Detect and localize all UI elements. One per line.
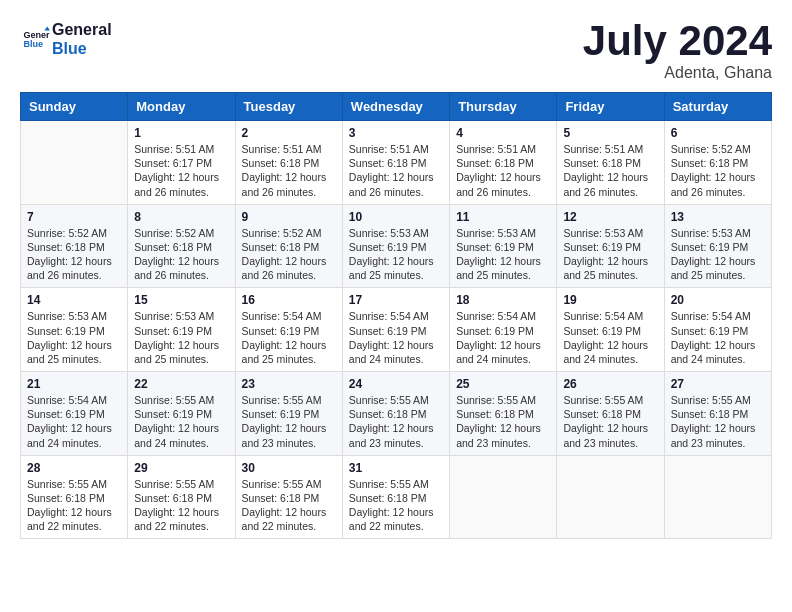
day-info: Sunrise: 5:55 AMSunset: 6:18 PMDaylight:… [134,477,228,534]
calendar-cell [450,455,557,539]
month-title: July 2024 [583,20,772,62]
calendar-cell: 3Sunrise: 5:51 AMSunset: 6:18 PMDaylight… [342,121,449,205]
day-number: 11 [456,210,550,224]
day-number: 5 [563,126,657,140]
day-info: Sunrise: 5:53 AMSunset: 6:19 PMDaylight:… [563,226,657,283]
day-number: 23 [242,377,336,391]
calendar-cell: 6Sunrise: 5:52 AMSunset: 6:18 PMDaylight… [664,121,771,205]
day-info: Sunrise: 5:51 AMSunset: 6:18 PMDaylight:… [563,142,657,199]
day-number: 10 [349,210,443,224]
weekday-header-friday: Friday [557,93,664,121]
calendar-table: SundayMondayTuesdayWednesdayThursdayFrid… [20,92,772,539]
calendar-cell: 25Sunrise: 5:55 AMSunset: 6:18 PMDayligh… [450,372,557,456]
day-number: 17 [349,293,443,307]
day-number: 19 [563,293,657,307]
logo-icon: General Blue [22,25,50,53]
calendar-cell: 13Sunrise: 5:53 AMSunset: 6:19 PMDayligh… [664,204,771,288]
logo: General Blue General Blue [20,20,112,58]
day-info: Sunrise: 5:55 AMSunset: 6:19 PMDaylight:… [134,393,228,450]
calendar-cell: 7Sunrise: 5:52 AMSunset: 6:18 PMDaylight… [21,204,128,288]
calendar-week-row: 7Sunrise: 5:52 AMSunset: 6:18 PMDaylight… [21,204,772,288]
day-info: Sunrise: 5:51 AMSunset: 6:18 PMDaylight:… [242,142,336,199]
day-number: 26 [563,377,657,391]
location-subtitle: Adenta, Ghana [583,64,772,82]
day-info: Sunrise: 5:55 AMSunset: 6:18 PMDaylight:… [671,393,765,450]
day-info: Sunrise: 5:53 AMSunset: 6:19 PMDaylight:… [349,226,443,283]
calendar-cell: 31Sunrise: 5:55 AMSunset: 6:18 PMDayligh… [342,455,449,539]
calendar-cell: 10Sunrise: 5:53 AMSunset: 6:19 PMDayligh… [342,204,449,288]
calendar-cell: 5Sunrise: 5:51 AMSunset: 6:18 PMDaylight… [557,121,664,205]
weekday-header-sunday: Sunday [21,93,128,121]
day-number: 8 [134,210,228,224]
day-number: 21 [27,377,121,391]
calendar-cell: 26Sunrise: 5:55 AMSunset: 6:18 PMDayligh… [557,372,664,456]
day-info: Sunrise: 5:55 AMSunset: 6:19 PMDaylight:… [242,393,336,450]
day-info: Sunrise: 5:54 AMSunset: 6:19 PMDaylight:… [671,309,765,366]
day-number: 31 [349,461,443,475]
weekday-header-wednesday: Wednesday [342,93,449,121]
day-info: Sunrise: 5:53 AMSunset: 6:19 PMDaylight:… [671,226,765,283]
day-number: 16 [242,293,336,307]
day-info: Sunrise: 5:54 AMSunset: 6:19 PMDaylight:… [563,309,657,366]
day-number: 3 [349,126,443,140]
day-info: Sunrise: 5:54 AMSunset: 6:19 PMDaylight:… [27,393,121,450]
day-number: 30 [242,461,336,475]
day-info: Sunrise: 5:54 AMSunset: 6:19 PMDaylight:… [242,309,336,366]
day-number: 14 [27,293,121,307]
day-number: 25 [456,377,550,391]
calendar-cell: 29Sunrise: 5:55 AMSunset: 6:18 PMDayligh… [128,455,235,539]
logo-general: General [52,20,112,39]
day-info: Sunrise: 5:55 AMSunset: 6:18 PMDaylight:… [456,393,550,450]
day-info: Sunrise: 5:51 AMSunset: 6:18 PMDaylight:… [456,142,550,199]
page-header: General Blue General Blue July 2024 Aden… [20,20,772,82]
calendar-cell: 21Sunrise: 5:54 AMSunset: 6:19 PMDayligh… [21,372,128,456]
day-number: 15 [134,293,228,307]
calendar-cell: 1Sunrise: 5:51 AMSunset: 6:17 PMDaylight… [128,121,235,205]
day-number: 2 [242,126,336,140]
day-info: Sunrise: 5:55 AMSunset: 6:18 PMDaylight:… [349,477,443,534]
calendar-cell [557,455,664,539]
day-number: 4 [456,126,550,140]
calendar-cell: 9Sunrise: 5:52 AMSunset: 6:18 PMDaylight… [235,204,342,288]
calendar-cell [664,455,771,539]
calendar-week-row: 14Sunrise: 5:53 AMSunset: 6:19 PMDayligh… [21,288,772,372]
calendar-cell: 28Sunrise: 5:55 AMSunset: 6:18 PMDayligh… [21,455,128,539]
calendar-cell: 12Sunrise: 5:53 AMSunset: 6:19 PMDayligh… [557,204,664,288]
day-info: Sunrise: 5:55 AMSunset: 6:18 PMDaylight:… [242,477,336,534]
day-number: 9 [242,210,336,224]
day-number: 29 [134,461,228,475]
calendar-week-row: 1Sunrise: 5:51 AMSunset: 6:17 PMDaylight… [21,121,772,205]
calendar-week-row: 28Sunrise: 5:55 AMSunset: 6:18 PMDayligh… [21,455,772,539]
svg-marker-2 [44,27,50,31]
calendar-cell: 2Sunrise: 5:51 AMSunset: 6:18 PMDaylight… [235,121,342,205]
day-info: Sunrise: 5:51 AMSunset: 6:17 PMDaylight:… [134,142,228,199]
calendar-cell: 24Sunrise: 5:55 AMSunset: 6:18 PMDayligh… [342,372,449,456]
weekday-header-saturday: Saturday [664,93,771,121]
day-info: Sunrise: 5:51 AMSunset: 6:18 PMDaylight:… [349,142,443,199]
calendar-cell: 4Sunrise: 5:51 AMSunset: 6:18 PMDaylight… [450,121,557,205]
calendar-cell: 16Sunrise: 5:54 AMSunset: 6:19 PMDayligh… [235,288,342,372]
day-info: Sunrise: 5:52 AMSunset: 6:18 PMDaylight:… [27,226,121,283]
calendar-header-row: SundayMondayTuesdayWednesdayThursdayFrid… [21,93,772,121]
day-info: Sunrise: 5:55 AMSunset: 6:18 PMDaylight:… [27,477,121,534]
title-area: July 2024 Adenta, Ghana [583,20,772,82]
weekday-header-monday: Monday [128,93,235,121]
calendar-cell: 18Sunrise: 5:54 AMSunset: 6:19 PMDayligh… [450,288,557,372]
calendar-cell [21,121,128,205]
calendar-cell: 15Sunrise: 5:53 AMSunset: 6:19 PMDayligh… [128,288,235,372]
calendar-cell: 30Sunrise: 5:55 AMSunset: 6:18 PMDayligh… [235,455,342,539]
day-number: 18 [456,293,550,307]
calendar-cell: 11Sunrise: 5:53 AMSunset: 6:19 PMDayligh… [450,204,557,288]
day-number: 24 [349,377,443,391]
day-number: 6 [671,126,765,140]
calendar-cell: 8Sunrise: 5:52 AMSunset: 6:18 PMDaylight… [128,204,235,288]
day-number: 7 [27,210,121,224]
day-number: 22 [134,377,228,391]
calendar-cell: 14Sunrise: 5:53 AMSunset: 6:19 PMDayligh… [21,288,128,372]
calendar-cell: 20Sunrise: 5:54 AMSunset: 6:19 PMDayligh… [664,288,771,372]
day-info: Sunrise: 5:52 AMSunset: 6:18 PMDaylight:… [242,226,336,283]
day-number: 12 [563,210,657,224]
day-number: 27 [671,377,765,391]
day-info: Sunrise: 5:55 AMSunset: 6:18 PMDaylight:… [349,393,443,450]
weekday-header-tuesday: Tuesday [235,93,342,121]
